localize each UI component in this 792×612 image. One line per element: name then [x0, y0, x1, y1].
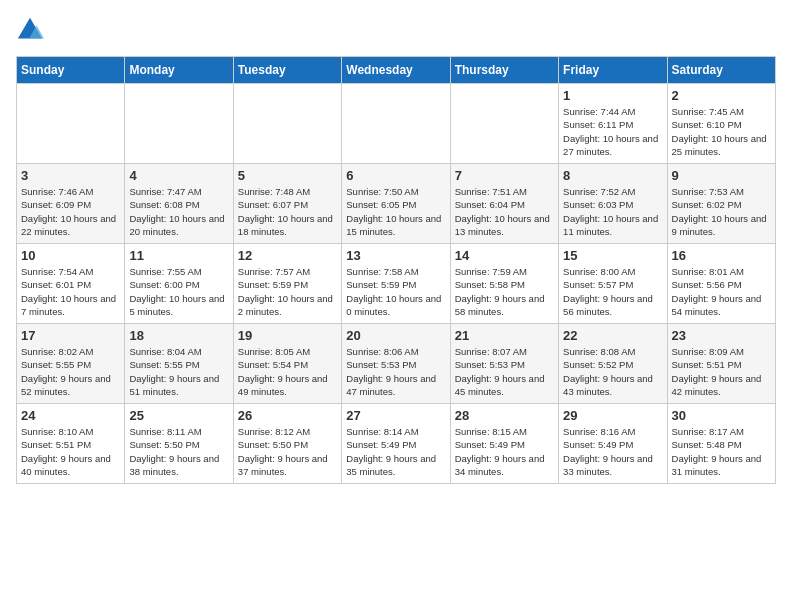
day-number: 4 [129, 168, 228, 183]
day-number: 5 [238, 168, 337, 183]
calendar-week-row: 17Sunrise: 8:02 AM Sunset: 5:55 PM Dayli… [17, 324, 776, 404]
day-number: 16 [672, 248, 771, 263]
day-info: Sunrise: 7:58 AM Sunset: 5:59 PM Dayligh… [346, 265, 445, 318]
day-info: Sunrise: 8:05 AM Sunset: 5:54 PM Dayligh… [238, 345, 337, 398]
day-info: Sunrise: 7:47 AM Sunset: 6:08 PM Dayligh… [129, 185, 228, 238]
calendar-cell: 3Sunrise: 7:46 AM Sunset: 6:09 PM Daylig… [17, 164, 125, 244]
day-info: Sunrise: 7:48 AM Sunset: 6:07 PM Dayligh… [238, 185, 337, 238]
day-info: Sunrise: 7:59 AM Sunset: 5:58 PM Dayligh… [455, 265, 554, 318]
calendar-cell: 22Sunrise: 8:08 AM Sunset: 5:52 PM Dayli… [559, 324, 667, 404]
day-number: 9 [672, 168, 771, 183]
calendar-cell: 27Sunrise: 8:14 AM Sunset: 5:49 PM Dayli… [342, 404, 450, 484]
day-info: Sunrise: 8:12 AM Sunset: 5:50 PM Dayligh… [238, 425, 337, 478]
calendar-cell: 30Sunrise: 8:17 AM Sunset: 5:48 PM Dayli… [667, 404, 775, 484]
day-info: Sunrise: 8:00 AM Sunset: 5:57 PM Dayligh… [563, 265, 662, 318]
day-info: Sunrise: 8:15 AM Sunset: 5:49 PM Dayligh… [455, 425, 554, 478]
weekday-header: Saturday [667, 57, 775, 84]
calendar-cell: 12Sunrise: 7:57 AM Sunset: 5:59 PM Dayli… [233, 244, 341, 324]
calendar-cell [17, 84, 125, 164]
day-number: 22 [563, 328, 662, 343]
day-number: 26 [238, 408, 337, 423]
calendar-cell: 21Sunrise: 8:07 AM Sunset: 5:53 PM Dayli… [450, 324, 558, 404]
calendar-cell: 7Sunrise: 7:51 AM Sunset: 6:04 PM Daylig… [450, 164, 558, 244]
day-number: 13 [346, 248, 445, 263]
day-number: 19 [238, 328, 337, 343]
day-number: 11 [129, 248, 228, 263]
day-number: 8 [563, 168, 662, 183]
page-header [16, 16, 776, 44]
calendar-cell: 29Sunrise: 8:16 AM Sunset: 5:49 PM Dayli… [559, 404, 667, 484]
day-info: Sunrise: 7:57 AM Sunset: 5:59 PM Dayligh… [238, 265, 337, 318]
day-info: Sunrise: 7:44 AM Sunset: 6:11 PM Dayligh… [563, 105, 662, 158]
calendar-cell: 20Sunrise: 8:06 AM Sunset: 5:53 PM Dayli… [342, 324, 450, 404]
day-number: 30 [672, 408, 771, 423]
calendar-week-row: 10Sunrise: 7:54 AM Sunset: 6:01 PM Dayli… [17, 244, 776, 324]
day-info: Sunrise: 8:07 AM Sunset: 5:53 PM Dayligh… [455, 345, 554, 398]
weekday-header: Friday [559, 57, 667, 84]
calendar-cell: 18Sunrise: 8:04 AM Sunset: 5:55 PM Dayli… [125, 324, 233, 404]
day-number: 21 [455, 328, 554, 343]
calendar-cell: 15Sunrise: 8:00 AM Sunset: 5:57 PM Dayli… [559, 244, 667, 324]
day-number: 17 [21, 328, 120, 343]
calendar-table: SundayMondayTuesdayWednesdayThursdayFrid… [16, 56, 776, 484]
calendar-cell [125, 84, 233, 164]
day-info: Sunrise: 8:02 AM Sunset: 5:55 PM Dayligh… [21, 345, 120, 398]
day-info: Sunrise: 7:54 AM Sunset: 6:01 PM Dayligh… [21, 265, 120, 318]
logo [16, 16, 48, 44]
calendar-cell: 2Sunrise: 7:45 AM Sunset: 6:10 PM Daylig… [667, 84, 775, 164]
calendar-cell: 23Sunrise: 8:09 AM Sunset: 5:51 PM Dayli… [667, 324, 775, 404]
day-info: Sunrise: 8:14 AM Sunset: 5:49 PM Dayligh… [346, 425, 445, 478]
calendar-week-row: 1Sunrise: 7:44 AM Sunset: 6:11 PM Daylig… [17, 84, 776, 164]
day-number: 29 [563, 408, 662, 423]
day-info: Sunrise: 8:16 AM Sunset: 5:49 PM Dayligh… [563, 425, 662, 478]
day-number: 6 [346, 168, 445, 183]
logo-icon [16, 16, 44, 44]
calendar-cell: 10Sunrise: 7:54 AM Sunset: 6:01 PM Dayli… [17, 244, 125, 324]
weekday-header: Thursday [450, 57, 558, 84]
weekday-header: Sunday [17, 57, 125, 84]
calendar-cell [233, 84, 341, 164]
calendar-cell: 28Sunrise: 8:15 AM Sunset: 5:49 PM Dayli… [450, 404, 558, 484]
day-number: 20 [346, 328, 445, 343]
day-number: 7 [455, 168, 554, 183]
calendar-cell: 16Sunrise: 8:01 AM Sunset: 5:56 PM Dayli… [667, 244, 775, 324]
day-info: Sunrise: 8:17 AM Sunset: 5:48 PM Dayligh… [672, 425, 771, 478]
day-number: 12 [238, 248, 337, 263]
day-number: 14 [455, 248, 554, 263]
calendar-cell: 8Sunrise: 7:52 AM Sunset: 6:03 PM Daylig… [559, 164, 667, 244]
calendar-cell: 5Sunrise: 7:48 AM Sunset: 6:07 PM Daylig… [233, 164, 341, 244]
day-number: 25 [129, 408, 228, 423]
day-info: Sunrise: 8:10 AM Sunset: 5:51 PM Dayligh… [21, 425, 120, 478]
calendar-cell [342, 84, 450, 164]
day-info: Sunrise: 7:51 AM Sunset: 6:04 PM Dayligh… [455, 185, 554, 238]
day-info: Sunrise: 7:46 AM Sunset: 6:09 PM Dayligh… [21, 185, 120, 238]
calendar-cell: 17Sunrise: 8:02 AM Sunset: 5:55 PM Dayli… [17, 324, 125, 404]
day-info: Sunrise: 8:08 AM Sunset: 5:52 PM Dayligh… [563, 345, 662, 398]
calendar-cell: 19Sunrise: 8:05 AM Sunset: 5:54 PM Dayli… [233, 324, 341, 404]
calendar-cell [450, 84, 558, 164]
calendar-cell: 24Sunrise: 8:10 AM Sunset: 5:51 PM Dayli… [17, 404, 125, 484]
day-number: 3 [21, 168, 120, 183]
day-number: 28 [455, 408, 554, 423]
day-info: Sunrise: 7:52 AM Sunset: 6:03 PM Dayligh… [563, 185, 662, 238]
calendar-cell: 26Sunrise: 8:12 AM Sunset: 5:50 PM Dayli… [233, 404, 341, 484]
calendar-cell: 14Sunrise: 7:59 AM Sunset: 5:58 PM Dayli… [450, 244, 558, 324]
calendar-cell: 13Sunrise: 7:58 AM Sunset: 5:59 PM Dayli… [342, 244, 450, 324]
calendar-cell: 11Sunrise: 7:55 AM Sunset: 6:00 PM Dayli… [125, 244, 233, 324]
day-info: Sunrise: 7:55 AM Sunset: 6:00 PM Dayligh… [129, 265, 228, 318]
calendar-week-row: 24Sunrise: 8:10 AM Sunset: 5:51 PM Dayli… [17, 404, 776, 484]
day-number: 24 [21, 408, 120, 423]
day-info: Sunrise: 7:50 AM Sunset: 6:05 PM Dayligh… [346, 185, 445, 238]
weekday-header-row: SundayMondayTuesdayWednesdayThursdayFrid… [17, 57, 776, 84]
day-info: Sunrise: 8:04 AM Sunset: 5:55 PM Dayligh… [129, 345, 228, 398]
calendar-week-row: 3Sunrise: 7:46 AM Sunset: 6:09 PM Daylig… [17, 164, 776, 244]
calendar-cell: 4Sunrise: 7:47 AM Sunset: 6:08 PM Daylig… [125, 164, 233, 244]
day-info: Sunrise: 7:45 AM Sunset: 6:10 PM Dayligh… [672, 105, 771, 158]
day-number: 1 [563, 88, 662, 103]
calendar-cell: 9Sunrise: 7:53 AM Sunset: 6:02 PM Daylig… [667, 164, 775, 244]
calendar-cell: 25Sunrise: 8:11 AM Sunset: 5:50 PM Dayli… [125, 404, 233, 484]
day-number: 23 [672, 328, 771, 343]
day-number: 27 [346, 408, 445, 423]
calendar-cell: 6Sunrise: 7:50 AM Sunset: 6:05 PM Daylig… [342, 164, 450, 244]
day-number: 18 [129, 328, 228, 343]
